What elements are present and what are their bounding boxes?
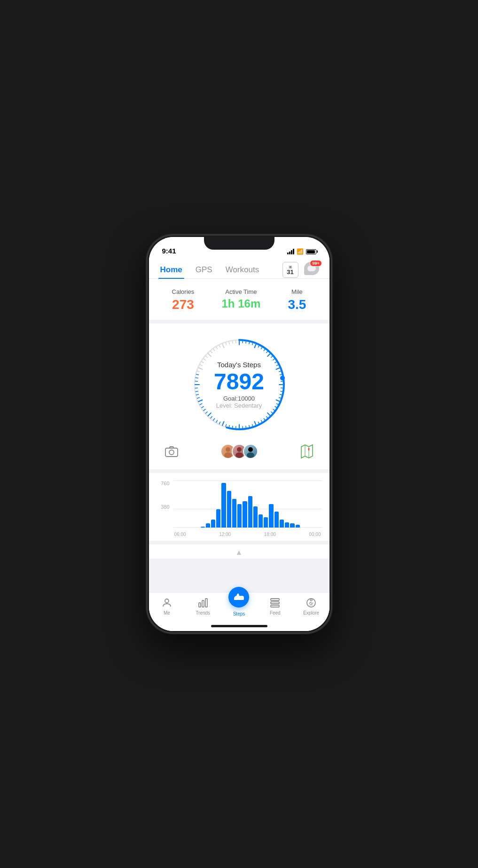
nav-me[interactable]: Me bbox=[149, 596, 185, 615]
svg-line-34 bbox=[266, 417, 267, 418]
steps-section: // Will be rendered via JS below bbox=[149, 324, 329, 469]
camera-icon bbox=[165, 446, 178, 457]
svg-rect-97 bbox=[205, 599, 207, 607]
bar-20 bbox=[280, 520, 284, 528]
nav-steps[interactable]: Steps bbox=[221, 594, 257, 616]
steps-label: Today's Steps bbox=[214, 361, 264, 369]
svg-line-56 bbox=[201, 407, 203, 408]
svg-line-14 bbox=[271, 356, 273, 357]
bar-23 bbox=[296, 525, 300, 528]
svg-line-71 bbox=[204, 359, 205, 360]
svg-point-88 bbox=[235, 452, 243, 458]
svg-line-41 bbox=[245, 426, 246, 428]
phone-frame: 9:41 📶 Home bbox=[148, 236, 331, 632]
nav-explore-label: Explore bbox=[303, 610, 319, 615]
svg-line-77 bbox=[219, 345, 220, 347]
svg-line-46 bbox=[229, 426, 229, 428]
svg-line-11 bbox=[264, 349, 265, 351]
bar-11 bbox=[232, 499, 236, 528]
svg-line-8 bbox=[254, 344, 256, 347]
main-scroll[interactable]: Calories 273 Active Time 1h 16m Mile 3.5 bbox=[149, 279, 329, 592]
svg-line-35 bbox=[264, 418, 265, 420]
svg-line-17 bbox=[276, 364, 279, 365]
svg-line-48 bbox=[222, 422, 224, 426]
tab-gps[interactable]: GPS bbox=[194, 261, 214, 278]
svg-line-28 bbox=[276, 400, 280, 402]
tab-header: Home GPS Workouts ▣ 31 bbox=[149, 258, 329, 279]
svg-point-89 bbox=[248, 447, 253, 452]
svg-line-76 bbox=[216, 347, 217, 349]
pull-arrow-icon: ▲ bbox=[235, 548, 243, 557]
bar-14 bbox=[248, 496, 252, 528]
bar-17 bbox=[264, 517, 268, 528]
camera-button[interactable] bbox=[163, 443, 180, 460]
svg-line-75 bbox=[213, 349, 214, 351]
svg-line-18 bbox=[276, 368, 280, 370]
svg-line-9 bbox=[258, 345, 259, 347]
svg-line-20 bbox=[280, 374, 282, 375]
svg-rect-100 bbox=[271, 605, 279, 607]
svg-rect-95 bbox=[199, 603, 201, 607]
svg-line-81 bbox=[232, 341, 233, 343]
svg-line-51 bbox=[213, 418, 214, 420]
svg-point-102 bbox=[310, 599, 312, 601]
nav-feed[interactable]: Feed bbox=[257, 596, 293, 615]
svg-line-27 bbox=[279, 398, 281, 399]
svg-line-78 bbox=[222, 344, 224, 347]
svg-line-12 bbox=[266, 351, 267, 353]
chart-area: 760 380 06:00 12:00 18 bbox=[157, 481, 322, 537]
svg-line-33 bbox=[267, 413, 270, 416]
svg-point-87 bbox=[237, 447, 242, 452]
x-label-18: 18:00 bbox=[264, 532, 276, 537]
svg-line-38 bbox=[254, 422, 256, 426]
svg-line-74 bbox=[211, 351, 212, 353]
svg-line-31 bbox=[273, 409, 275, 410]
map-icon bbox=[299, 444, 314, 459]
mile-stat: Mile 3.5 bbox=[288, 288, 306, 312]
x-label-00: 00:00 bbox=[309, 532, 321, 537]
svg-line-26 bbox=[280, 395, 282, 395]
me-icon bbox=[161, 597, 172, 608]
status-time: 9:41 bbox=[162, 247, 176, 255]
explore-icon bbox=[306, 597, 317, 608]
calories-label: Calories bbox=[172, 288, 195, 295]
svg-line-55 bbox=[204, 409, 205, 410]
svg-line-21 bbox=[280, 378, 282, 378]
bar-13 bbox=[243, 501, 247, 528]
svg-line-65 bbox=[196, 378, 198, 378]
phone-screen: 9:41 📶 Home bbox=[149, 237, 329, 631]
svg-line-52 bbox=[211, 417, 212, 418]
steps-button[interactable] bbox=[228, 587, 249, 608]
tab-workouts[interactable]: Workouts bbox=[224, 261, 261, 278]
bar-21 bbox=[285, 522, 289, 528]
home-indicator bbox=[211, 625, 267, 627]
nav-trends[interactable]: Trends bbox=[185, 596, 221, 615]
svg-line-45 bbox=[232, 426, 233, 428]
y-label-380: 380 bbox=[157, 504, 170, 510]
map-button[interactable] bbox=[298, 443, 315, 460]
phone-notch bbox=[204, 236, 274, 250]
calendar-button[interactable]: ▣ 31 bbox=[282, 262, 298, 278]
avatars[interactable] bbox=[220, 444, 258, 459]
steps-value: 7892 bbox=[214, 371, 264, 393]
avatar-3 bbox=[243, 444, 258, 459]
nav-steps-label: Steps bbox=[233, 611, 245, 616]
circle-bottom-row bbox=[158, 443, 320, 460]
active-time-value: 1h 16m bbox=[222, 297, 261, 310]
bar-18 bbox=[269, 504, 273, 528]
svg-line-16 bbox=[274, 362, 276, 363]
bars-container bbox=[173, 481, 322, 528]
chat-badge: 99+ bbox=[310, 260, 321, 267]
steps-level: Level: Sedentary bbox=[214, 402, 264, 409]
mile-value: 3.5 bbox=[288, 297, 306, 312]
svg-line-19 bbox=[279, 371, 281, 372]
calories-stat: Calories 273 bbox=[172, 288, 195, 312]
chat-button[interactable]: 99+ bbox=[304, 262, 320, 278]
tab-home[interactable]: Home bbox=[158, 261, 184, 278]
nav-explore[interactable]: Explore bbox=[293, 596, 329, 615]
svg-line-70 bbox=[201, 362, 203, 363]
bar-7 bbox=[211, 520, 215, 528]
svg-rect-83 bbox=[165, 448, 178, 457]
header-icons: ▣ 31 99+ bbox=[282, 262, 320, 278]
y-label-760: 760 bbox=[157, 481, 170, 486]
